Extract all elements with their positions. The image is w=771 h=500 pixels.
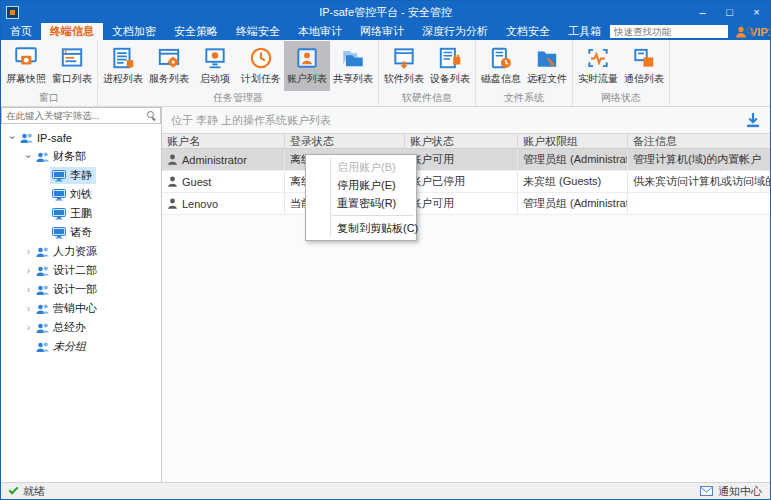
user-row-icon <box>167 154 178 165</box>
tab-doc-security[interactable]: 文档安全 <box>497 23 559 40</box>
ribbon-group-task-manager: 进程列表 服务列表 启动项 计划任务 账户列表 <box>98 40 379 106</box>
status-ready-text: 就绪 <box>23 484 45 499</box>
context-menu: 启用账户(B) 停用账户(E) 重置密码(R) 复制到剪贴板(C) <box>305 154 417 241</box>
tab-local-audit[interactable]: 本地审计 <box>289 23 351 40</box>
account-list-button[interactable]: 账户列表 <box>284 41 330 91</box>
minimize-button[interactable]: – <box>689 1 716 23</box>
table-row-lenovo[interactable]: Lenovo 当前登录 账户可用 管理员组 (Administrators) <box>162 193 770 215</box>
column-header-account[interactable]: 账户名 <box>162 134 285 148</box>
tab-doc-encrypt[interactable]: 文档加密 <box>103 23 165 40</box>
close-button[interactable]: × <box>743 1 770 23</box>
tree-item-liutie[interactable]: 刘铁 <box>1 185 161 204</box>
chevron-right-icon[interactable]: › <box>23 303 34 314</box>
window-title: IP-safe管控平台 - 安全管控 <box>1 5 770 20</box>
tree-item-marketing[interactable]: › 营销中心 <box>1 299 161 318</box>
share-list-icon <box>340 45 366 71</box>
tab-behavior-analysis[interactable]: 深度行为分析 <box>413 23 497 40</box>
account-list-icon <box>294 45 320 71</box>
group-icon <box>36 303 49 315</box>
computer-icon <box>52 170 66 182</box>
group-icon <box>20 132 33 144</box>
menu-separator <box>332 215 413 216</box>
tree-filter-box[interactable] <box>1 107 161 124</box>
tab-home[interactable]: 首页 <box>1 23 41 40</box>
group-icon <box>36 265 49 277</box>
chevron-right-icon[interactable]: › <box>23 322 34 333</box>
ribbon-group-window: 屏幕快照 窗口列表 窗口 <box>1 40 98 106</box>
group-icon <box>36 246 49 258</box>
share-list-button[interactable]: 共享列表 <box>330 41 376 91</box>
table-row-administrator[interactable]: Administrator 离线 账户可用 管理员组 (Administrato… <box>162 149 770 171</box>
tab-terminal-security[interactable]: 终端安全 <box>227 23 289 40</box>
ribbon-group-label: 软硬件信息 <box>381 91 473 106</box>
traffic-icon <box>585 45 611 71</box>
quick-search-input[interactable] <box>614 26 746 37</box>
tree-item-lijing[interactable]: 李静 <box>1 166 161 185</box>
ribbon-group-label: 网络状态 <box>575 91 667 106</box>
notification-center[interactable]: 通知中心 <box>700 484 762 499</box>
disk-info-button[interactable]: 磁盘信息 <box>478 41 524 91</box>
menu-item-copy-to-clipboard[interactable]: 复制到剪贴板(C) <box>306 219 416 237</box>
startup-items-button[interactable]: 启动项 <box>192 41 238 91</box>
remote-file-icon <box>534 45 560 71</box>
scheduled-tasks-button[interactable]: 计划任务 <box>238 41 284 91</box>
menu-item-reset-password[interactable]: 重置密码(R) <box>306 194 416 212</box>
user-row-icon <box>167 198 178 209</box>
realtime-traffic-button[interactable]: 实时流量 <box>575 41 621 91</box>
ribbon-group-network-status: 实时流量 通信列表 网络状态 <box>573 40 670 106</box>
device-list-button[interactable]: 设备列表 <box>427 41 473 91</box>
tree-item-gm-office[interactable]: › 总经办 <box>1 318 161 337</box>
group-icon <box>36 322 49 334</box>
table-row-guest[interactable]: Guest 离线 账户已停用 来宾组 (Guests) 供来宾访问计算机或访问域… <box>162 171 770 193</box>
maximize-button[interactable]: □ <box>716 1 743 23</box>
process-list-button[interactable]: 进程列表 <box>100 41 146 91</box>
tree-item-ungrouped[interactable]: 未分组 <box>1 337 161 356</box>
group-icon <box>36 284 49 296</box>
quick-search-box[interactable] <box>610 25 728 38</box>
tab-terminal-info[interactable]: 终端信息 <box>41 23 103 40</box>
tree-item-wangpeng[interactable]: 王鹏 <box>1 204 161 223</box>
tree-item-finance[interactable]: › 财务部 <box>1 147 161 166</box>
status-bar: 就绪 通知中心 <box>1 482 770 499</box>
column-header-account-status[interactable]: 账户状态 <box>405 134 518 148</box>
tab-security-policy[interactable]: 安全策略 <box>165 23 227 40</box>
comm-list-button[interactable]: 通信列表 <box>621 41 667 91</box>
export-download-button[interactable] <box>745 112 761 128</box>
column-header-permission-group[interactable]: 账户权限组 <box>518 134 628 148</box>
service-list-button[interactable]: 服务列表 <box>146 41 192 91</box>
chevron-right-icon[interactable]: › <box>23 284 34 295</box>
ribbon-group-file-system: 磁盘信息 远程文件 文件系统 <box>476 40 573 106</box>
chevron-down-icon[interactable]: › <box>7 132 18 143</box>
tab-network-audit[interactable]: 网络审计 <box>351 23 413 40</box>
column-header-remark[interactable]: 备注信息 <box>628 134 770 148</box>
tree-item-hr[interactable]: › 人力资源 <box>1 242 161 261</box>
tree-item-zhuqi[interactable]: 诸奇 <box>1 223 161 242</box>
software-list-button[interactable]: 软件列表 <box>381 41 427 91</box>
account-list-panel: 位于 李静 上的操作系统账户列表 账户名 登录状态 账户状态 账户权限组 备注信… <box>162 107 770 482</box>
tree-item-design2[interactable]: › 设计二部 <box>1 261 161 280</box>
service-list-icon <box>156 45 182 71</box>
ribbon-tab-bar: 首页 终端信息 文档加密 安全策略 终端安全 本地审计 网络审计 深度行为分析 … <box>1 23 770 40</box>
tree-item-ipsafe[interactable]: › IP-safe <box>1 128 161 147</box>
app-icon <box>6 6 19 19</box>
disk-info-icon <box>488 45 514 71</box>
envelope-icon <box>700 486 713 496</box>
chevron-right-icon[interactable]: › <box>23 265 34 276</box>
remote-file-button[interactable]: 远程文件 <box>524 41 570 91</box>
ribbon-group-label: 文件系统 <box>478 91 570 106</box>
window-list-icon <box>59 45 85 71</box>
menu-item-disable-account[interactable]: 停用账户(E) <box>306 176 416 194</box>
screenshot-button[interactable]: 屏幕快照 <box>3 41 49 91</box>
tree-item-design1[interactable]: › 设计一部 <box>1 280 161 299</box>
table-empty-area <box>162 215 770 482</box>
chevron-down-icon[interactable]: › <box>23 151 34 162</box>
tree-filter-input[interactable] <box>6 110 147 121</box>
title-bar: IP-safe管控平台 - 安全管控 – □ × <box>1 1 770 23</box>
window-list-button[interactable]: 窗口列表 <box>49 41 95 91</box>
ribbon-group-label: 窗口 <box>3 91 95 106</box>
chevron-right-icon[interactable]: › <box>23 246 34 257</box>
column-header-login-status[interactable]: 登录状态 <box>285 134 405 148</box>
table-header: 账户名 登录状态 账户状态 账户权限组 备注信息 <box>162 133 770 149</box>
tab-toolbox[interactable]: 工具箱 <box>559 23 610 40</box>
computer-icon <box>52 189 66 201</box>
